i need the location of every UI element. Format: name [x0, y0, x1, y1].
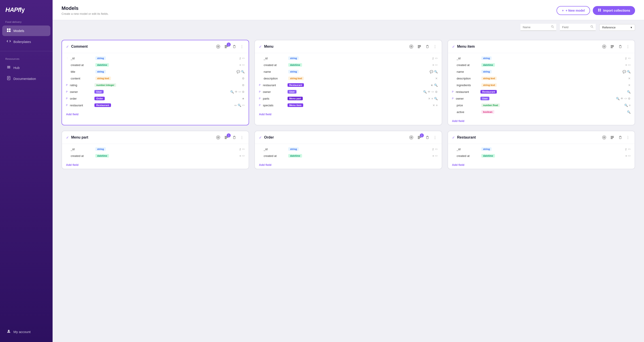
field-icons: ✕: [435, 77, 438, 80]
field-type-badge: string:text: [288, 76, 304, 80]
model-restaurant-more-btn[interactable]: ⋮: [625, 135, 630, 140]
hub-icon: [7, 65, 11, 70]
sidebar-item-hub[interactable]: Hub: [2, 62, 50, 73]
add-field-menu-part-button[interactable]: Add field: [62, 161, 82, 169]
model-menu-item-fields: ⋮ _id string ⚷ <> ⋮ created at datetime: [448, 53, 634, 117]
model-menu-item-delete-btn[interactable]: [617, 44, 624, 49]
model-menu-part-delete-btn[interactable]: [231, 135, 238, 140]
add-field-menu-button[interactable]: Add field: [255, 110, 276, 118]
star-icon: ★: [430, 84, 433, 87]
model-comment-fingerprint-btn[interactable]: [215, 44, 221, 49]
code-icon: <>: [435, 57, 438, 60]
model-menu-fields: ⋮ _id string ⚷ <> ⋮ created at datetime: [255, 53, 442, 110]
sidebar-item-boilerplates[interactable]: Boilerplates: [2, 36, 50, 47]
model-menu-item-list-btn[interactable]: [609, 44, 615, 49]
model-menu-part-more-btn[interactable]: ⋮: [239, 135, 244, 140]
model-menu-list-btn[interactable]: [416, 44, 422, 49]
field-type-badge: Menu part: [288, 97, 303, 100]
model-comment-title: Comment: [71, 44, 213, 48]
svg-rect-36: [611, 46, 614, 47]
field-row: P rating number:integer ⚙: [62, 82, 248, 88]
model-card-order-header: ✓ Order: [255, 131, 442, 144]
model-menu-fingerprint-btn[interactable]: [408, 44, 414, 49]
field-icons: ≡ <>: [626, 154, 630, 158]
field-type-badge: number:float: [481, 104, 500, 107]
pro-icon: P: [259, 97, 260, 100]
field-name: order: [70, 97, 92, 100]
field-type-badge: string: [95, 147, 106, 151]
header-actions: + + New model Import collections: [556, 6, 635, 15]
field-row: ⋮ created at datetime ≡ <>: [448, 62, 634, 68]
model-order-fingerprint-btn[interactable]: [408, 135, 414, 140]
model-menu-item-fingerprint-btn[interactable]: [601, 44, 607, 49]
models-content: ✓ Comment: [52, 34, 644, 342]
model-comment-delete-btn[interactable]: [231, 44, 238, 49]
model-order-more-btn[interactable]: ⋮: [432, 135, 438, 140]
add-field-menu-item-button[interactable]: Add field: [448, 117, 468, 125]
model-menu-delete-btn[interactable]: [424, 44, 430, 49]
field-row: P specials Menu item ✕ ≡: [255, 102, 442, 108]
model-menu-item-more-btn[interactable]: ⋮: [625, 44, 630, 49]
sidebar-item-my-account[interactable]: My account: [2, 326, 50, 337]
model-comment-more-btn[interactable]: ⋮: [239, 44, 244, 49]
svg-rect-2: [7, 30, 8, 32]
filter-bar: Reference ▾: [52, 20, 644, 34]
import-collections-button[interactable]: Import collections: [593, 6, 635, 15]
settings-icon: ⚙: [242, 77, 244, 80]
reference-filter[interactable]: Reference ▾: [599, 24, 635, 31]
pro-icon: P: [259, 90, 260, 93]
field-icons: ⚙: [242, 84, 244, 87]
svg-rect-52: [426, 136, 428, 139]
add-field-restaurant-button[interactable]: Add field: [448, 161, 468, 169]
sidebar-item-models[interactable]: Models: [2, 26, 50, 36]
field-search-icon: [590, 25, 594, 29]
code-icon: <>: [432, 91, 434, 93]
field-filter-input[interactable]: [562, 26, 589, 29]
model-menu-item-title: Menu item: [457, 44, 599, 48]
field-row: P restaurant Restaurant 🔍: [448, 88, 634, 95]
filter-icon: ≡: [626, 63, 627, 67]
field-icons: ≡ <>: [240, 154, 244, 158]
page-title: Models: [62, 5, 108, 11]
model-restaurant-delete-btn[interactable]: [617, 135, 624, 140]
svg-point-18: [591, 26, 592, 27]
add-field-order-button[interactable]: Add field: [255, 161, 276, 169]
model-restaurant-fingerprint-btn[interactable]: [601, 135, 607, 140]
search-icon: 🔍: [624, 104, 628, 107]
new-model-button[interactable]: + + New model: [556, 6, 590, 15]
search-icon: 🔍: [627, 70, 630, 74]
field-icons: ⚷ <>: [625, 148, 630, 151]
field-type-badge: Restaurant: [288, 83, 304, 87]
add-field-comment-button[interactable]: Add field: [62, 110, 82, 118]
chevron-down-icon: ▾: [630, 26, 632, 29]
field-row: ⋮ created at datetime ≡ <>: [62, 62, 248, 68]
field-icons: 🔍 👁 <> ⚙: [423, 90, 438, 94]
model-menu-part-fields: ⋮ _id string ⚷ <> ⋮ created at datetime: [62, 144, 248, 161]
name-filter-input[interactable]: [523, 26, 550, 29]
model-order-delete-btn[interactable]: [424, 135, 430, 140]
filter-icon: ≡: [240, 63, 241, 67]
field-row: ⋮ content string:text ⚙: [62, 75, 248, 82]
import-icon: [598, 8, 601, 12]
main-content: Models Create a new model or edit its fi…: [52, 0, 644, 342]
model-menu-part-fingerprint-btn[interactable]: [215, 135, 221, 140]
model-restaurant-list-wrap: [609, 135, 615, 140]
account-icon: [7, 329, 11, 334]
model-menu-more-btn[interactable]: ⋮: [432, 44, 438, 49]
svg-point-41: [218, 137, 218, 138]
field-type-badge: datetime: [288, 154, 302, 158]
model-order-list-wrap: 1: [416, 135, 422, 140]
field-icons: ★ 🔍: [430, 84, 438, 87]
eye-icon: 👁: [620, 97, 624, 100]
sidebar-item-documentation[interactable]: Documentation: [2, 74, 50, 84]
field-name: rating: [70, 84, 92, 87]
field-row: P owner User 🔍 👁 <> ⚙: [255, 88, 442, 95]
field-filter: [560, 24, 596, 31]
field-name: created at: [457, 154, 479, 158]
pro-icon: P: [452, 90, 454, 93]
model-restaurant-list-btn[interactable]: [609, 135, 615, 140]
svg-rect-5: [7, 67, 10, 67]
field-name: owner: [456, 97, 478, 100]
key-icon: ⚷: [432, 148, 434, 151]
model-menu-title: Menu: [264, 44, 406, 48]
